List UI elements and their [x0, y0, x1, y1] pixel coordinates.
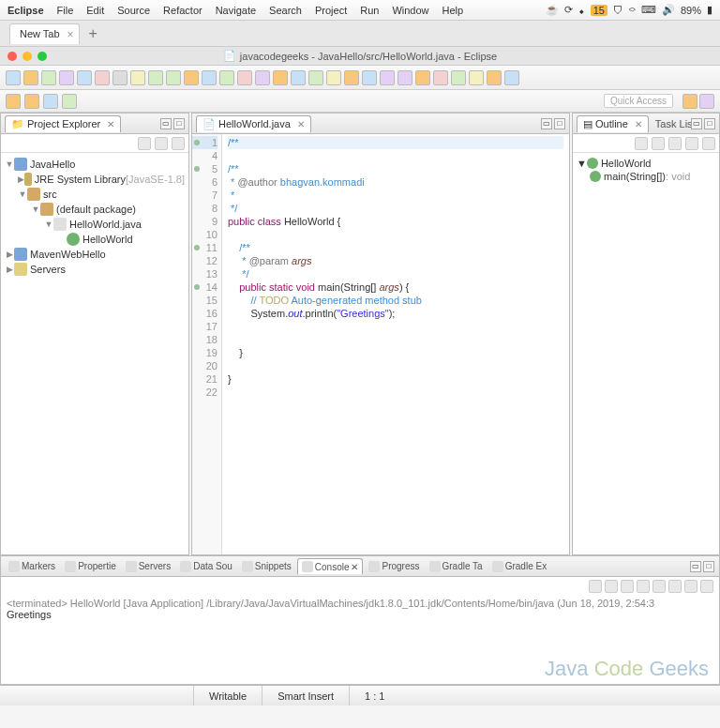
- new-server-icon[interactable]: [202, 70, 217, 85]
- tree-node[interactable]: ▶Servers: [5, 262, 185, 277]
- quick-access-input[interactable]: Quick Access: [604, 94, 673, 108]
- perspective-switch-icon[interactable]: [699, 94, 714, 109]
- scroll-lock-icon[interactable]: [652, 580, 666, 593]
- link-editor-icon[interactable]: [155, 137, 168, 150]
- minimize-panel-icon[interactable]: ▭: [691, 118, 702, 129]
- maximize-panel-icon[interactable]: □: [173, 118, 185, 129]
- outline-tab[interactable]: ▤ Outline ✕: [577, 115, 649, 132]
- menu-source[interactable]: Source: [117, 5, 150, 16]
- minimize-window-button[interactable]: [22, 52, 32, 61]
- search-icon[interactable]: [326, 70, 341, 85]
- display-console-icon[interactable]: [684, 580, 698, 593]
- new-java-icon[interactable]: [273, 70, 288, 85]
- code-area[interactable]: /** /** * @author bhagvan.kommadi * */pu…: [222, 134, 569, 554]
- run-icon[interactable]: [166, 70, 181, 85]
- sort-icon[interactable]: [635, 137, 648, 150]
- menu-project[interactable]: Project: [315, 5, 347, 16]
- tree-node[interactable]: HelloWorld: [5, 232, 185, 247]
- bottom-tab-snippets[interactable]: Snippets: [238, 559, 295, 574]
- bottom-tab-propertie[interactable]: Propertie: [61, 559, 120, 574]
- new-icon[interactable]: [6, 70, 21, 85]
- menu-file[interactable]: File: [57, 5, 74, 16]
- outline-node[interactable]: main(String[]) : void: [577, 170, 715, 183]
- hide-nonpublic-icon[interactable]: [685, 137, 698, 150]
- menu-run[interactable]: Run: [360, 5, 379, 16]
- menu-navigate[interactable]: Navigate: [216, 5, 256, 16]
- outline-tree[interactable]: ▼HelloWorldmain(String[]) : void: [573, 153, 719, 187]
- project-tree[interactable]: ▼JavaHello▶JRE System Library [JavaSE-1.…: [1, 153, 188, 554]
- hide-fields-icon[interactable]: [652, 137, 665, 150]
- pin-icon[interactable]: [415, 70, 430, 85]
- bottom-tab-data sou[interactable]: Data Sou: [176, 559, 236, 574]
- bottom-tab-console[interactable]: Console✕: [297, 558, 364, 574]
- tree-node[interactable]: ▼JavaHello: [5, 157, 185, 172]
- tree-node[interactable]: ▶JRE System Library [JavaSE-1.8]: [5, 172, 185, 187]
- open-console-icon[interactable]: [700, 580, 713, 593]
- profile-icon[interactable]: [237, 70, 252, 85]
- editor-tab[interactable]: 📄 HelloWorld.java ✕: [196, 115, 311, 132]
- hide-static-icon[interactable]: [668, 137, 682, 150]
- drop-icon[interactable]: [433, 70, 448, 85]
- browser-tab[interactable]: New Tab ×: [9, 23, 80, 44]
- stop-icon[interactable]: [95, 70, 110, 85]
- console-output[interactable]: <terminated> HelloWorld [Java Applicatio…: [1, 596, 719, 684]
- maximize-panel-icon[interactable]: □: [703, 561, 714, 572]
- annotate-icon[interactable]: [344, 70, 359, 85]
- close-icon[interactable]: ✕: [297, 119, 305, 129]
- save-icon[interactable]: [23, 70, 38, 85]
- close-tab-icon[interactable]: ×: [68, 28, 74, 41]
- outline-node[interactable]: ▼HelloWorld: [577, 157, 715, 170]
- close-icon[interactable]: ✕: [107, 119, 114, 129]
- skip-icon[interactable]: [112, 70, 128, 85]
- nav-back-icon[interactable]: [6, 94, 21, 109]
- next-icon[interactable]: [451, 70, 466, 85]
- remove-all-icon[interactable]: [621, 580, 634, 593]
- open-type-icon[interactable]: [308, 70, 323, 85]
- terminate-icon[interactable]: [589, 580, 602, 593]
- back-icon[interactable]: [380, 70, 395, 85]
- project-explorer-tab[interactable]: 📁 Project Explorer ✕: [5, 115, 121, 132]
- home-icon[interactable]: [62, 94, 77, 109]
- clear-console-icon[interactable]: [637, 580, 650, 593]
- menu-edit[interactable]: Edit: [86, 5, 104, 16]
- bottom-tab-servers[interactable]: Servers: [122, 559, 174, 574]
- debug-icon[interactable]: [148, 70, 163, 85]
- build-icon[interactable]: [59, 70, 74, 85]
- external-icon[interactable]: [255, 70, 270, 85]
- bottom-tab-gradle ex[interactable]: Gradle Ex: [488, 559, 550, 574]
- collapse-all-icon[interactable]: [138, 137, 151, 150]
- notification-badge[interactable]: 15: [591, 5, 608, 16]
- resume-icon[interactable]: [130, 70, 145, 85]
- minimize-panel-icon[interactable]: ▭: [160, 118, 172, 129]
- menu-help[interactable]: Help: [442, 5, 464, 16]
- tree-node[interactable]: ▼(default package): [5, 202, 185, 217]
- refresh-icon[interactable]: [43, 94, 58, 109]
- forward-icon[interactable]: [398, 70, 412, 85]
- menu-refactor[interactable]: Refactor: [163, 5, 202, 16]
- zoom-window-button[interactable]: [38, 52, 47, 61]
- view-menu-icon[interactable]: [172, 137, 185, 150]
- nav-fwd-icon[interactable]: [24, 94, 39, 109]
- bottom-tab-gradle ta[interactable]: Gradle Ta: [426, 559, 487, 574]
- save-all-icon[interactable]: [41, 70, 56, 85]
- menu-search[interactable]: Search: [269, 5, 302, 16]
- close-window-button[interactable]: [8, 52, 17, 61]
- new-tab-button[interactable]: +: [89, 25, 98, 42]
- coverage-icon[interactable]: [184, 70, 199, 85]
- maximize-panel-icon[interactable]: □: [704, 118, 715, 129]
- line-gutter[interactable]: 145678910111213141516171819202122: [192, 134, 222, 554]
- perspective-java-icon[interactable]: [682, 94, 698, 109]
- remove-launch-icon[interactable]: [605, 580, 618, 593]
- new-package-icon[interactable]: [291, 70, 306, 85]
- view-menu-icon[interactable]: [702, 137, 715, 150]
- bottom-tab-markers[interactable]: Markers: [5, 559, 59, 574]
- prev-icon[interactable]: [469, 70, 484, 85]
- bottom-tab-progress[interactable]: Progress: [365, 559, 423, 574]
- tree-node[interactable]: ▶MavenWebHello: [5, 247, 185, 262]
- task-icon[interactable]: [362, 70, 377, 85]
- tree-node[interactable]: ▼src: [5, 187, 185, 202]
- maximize-panel-icon[interactable]: □: [554, 118, 565, 129]
- menu-window[interactable]: Window: [392, 5, 428, 16]
- show-ws-icon[interactable]: [504, 70, 519, 85]
- minimize-panel-icon[interactable]: ▭: [690, 561, 701, 572]
